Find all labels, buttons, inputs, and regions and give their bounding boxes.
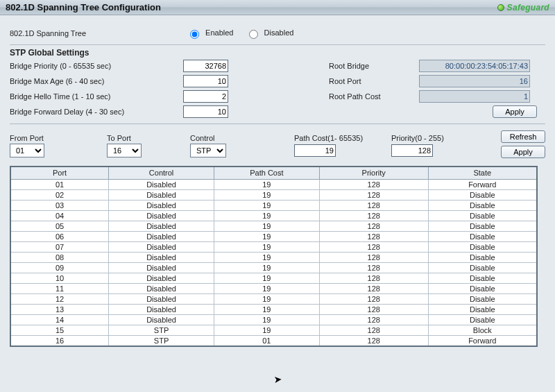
cell-control: Disabled bbox=[109, 252, 214, 262]
cell-state: Disable bbox=[428, 210, 537, 221]
col-port: Port bbox=[10, 167, 109, 179]
cell-prio: 128 bbox=[319, 325, 428, 335]
cell-cost: 19 bbox=[214, 283, 319, 293]
cell-control: Disabled bbox=[109, 293, 214, 304]
control-label: Control bbox=[190, 134, 294, 142]
cell-state: Disable bbox=[428, 241, 537, 252]
cell-control: Disabled bbox=[109, 189, 214, 200]
root-path-cost-ro bbox=[419, 90, 530, 103]
cell-prio: 128 bbox=[319, 210, 428, 221]
to-port-label: To Port bbox=[107, 134, 190, 142]
table-row: 13Disabled19128Disable bbox=[10, 304, 537, 314]
cell-port: 06 bbox=[10, 231, 109, 241]
page-title: 802.1D Spanning Tree Configuration bbox=[6, 2, 161, 12]
to-port-select[interactable]: 16 bbox=[107, 144, 142, 157]
cell-cost: 19 bbox=[214, 273, 319, 283]
cell-cost: 19 bbox=[214, 200, 319, 210]
cell-control: Disabled bbox=[109, 210, 214, 221]
path-cost-input[interactable] bbox=[294, 144, 336, 157]
table-row: 07Disabled19128Disable bbox=[10, 241, 537, 252]
refresh-button[interactable]: Refresh bbox=[501, 130, 545, 143]
cell-prio: 128 bbox=[319, 293, 428, 304]
cell-port: 11 bbox=[10, 283, 109, 293]
cell-port: 10 bbox=[10, 273, 109, 283]
cell-prio: 128 bbox=[319, 231, 428, 241]
cell-cost: 19 bbox=[214, 293, 319, 304]
cell-state: Disable bbox=[428, 262, 537, 273]
cell-prio: 128 bbox=[319, 252, 428, 262]
enabled-radio[interactable] bbox=[190, 30, 199, 39]
cell-port: 15 bbox=[10, 325, 109, 335]
enabled-radio-label: Enabled bbox=[205, 28, 233, 37]
col-priority: Priority bbox=[319, 167, 428, 179]
col-state: State bbox=[428, 167, 537, 179]
cell-prio: 128 bbox=[319, 335, 428, 346]
cell-control: Disabled bbox=[109, 241, 214, 252]
table-row: 16STP01128Forward bbox=[10, 335, 537, 346]
cell-prio: 128 bbox=[319, 262, 428, 273]
table-row: 01Disabled19128Forward bbox=[10, 179, 537, 189]
enabled-radio-wrap[interactable]: Enabled bbox=[187, 28, 246, 37]
cell-prio: 128 bbox=[319, 273, 428, 283]
cell-state: Disable bbox=[428, 200, 537, 210]
cell-state: Forward bbox=[428, 179, 537, 189]
cell-port: 13 bbox=[10, 304, 109, 314]
cell-control: Disabled bbox=[109, 200, 214, 210]
priority-input[interactable] bbox=[391, 144, 433, 157]
global-apply-button[interactable]: Apply bbox=[493, 105, 537, 118]
table-row: 05Disabled19128Disable bbox=[10, 221, 537, 231]
cell-port: 07 bbox=[10, 241, 109, 252]
bridge-hello-label: Bridge Hello Time (1 - 10 sec) bbox=[10, 92, 183, 101]
cell-control: Disabled bbox=[109, 283, 214, 293]
cell-port: 16 bbox=[10, 335, 109, 346]
cell-control: Disabled bbox=[109, 221, 214, 231]
cell-state: Forward bbox=[428, 335, 537, 346]
table-row: 04Disabled19128Disable bbox=[10, 210, 537, 221]
cell-prio: 128 bbox=[319, 241, 428, 252]
cell-control: Disabled bbox=[109, 231, 214, 241]
cell-control: Disabled bbox=[109, 179, 214, 189]
title-bar: 802.1D Spanning Tree Configuration Safeg… bbox=[0, 0, 555, 15]
cell-prio: 128 bbox=[319, 200, 428, 210]
disabled-radio-label: Disabled bbox=[264, 28, 294, 37]
bridge-hello-input[interactable] bbox=[183, 90, 228, 103]
bridge-max-age-input[interactable] bbox=[183, 75, 228, 87]
cell-port: 03 bbox=[10, 200, 109, 210]
cell-cost: 01 bbox=[214, 335, 319, 346]
from-port-select[interactable]: 01 bbox=[10, 144, 44, 157]
cell-cost: 19 bbox=[214, 262, 319, 273]
disabled-radio[interactable] bbox=[249, 30, 258, 39]
port-apply-button[interactable]: Apply bbox=[501, 146, 545, 158]
disabled-radio-wrap[interactable]: Disabled bbox=[246, 28, 304, 37]
cell-state: Disable bbox=[428, 304, 537, 314]
cell-state: Block bbox=[428, 325, 537, 335]
cell-prio: 128 bbox=[319, 189, 428, 200]
cell-cost: 19 bbox=[214, 304, 319, 314]
bridge-fwd-input[interactable] bbox=[183, 105, 228, 118]
root-port-label: Root Port bbox=[329, 77, 419, 85]
priority-label: Priority(0 - 255) bbox=[391, 134, 488, 142]
table-row: 09Disabled19128Disable bbox=[10, 262, 537, 273]
cell-prio: 128 bbox=[319, 221, 428, 231]
cell-prio: 128 bbox=[319, 179, 428, 189]
cell-state: Disable bbox=[428, 283, 537, 293]
cell-control: Disabled bbox=[109, 314, 214, 325]
cell-port: 08 bbox=[10, 252, 109, 262]
bridge-fwd-label: Bridge Forward Delay (4 - 30 sec) bbox=[10, 108, 183, 116]
bridge-priority-label: Bridge Priority (0 - 65535 sec) bbox=[10, 62, 183, 70]
global-section-title: STP Global Settings bbox=[10, 48, 545, 58]
table-row: 02Disabled19128Disable bbox=[10, 189, 537, 200]
safeguard-badge: Safeguard bbox=[497, 3, 549, 12]
cell-prio: 128 bbox=[319, 283, 428, 293]
cell-control: STP bbox=[109, 325, 214, 335]
control-select[interactable]: STP bbox=[190, 144, 226, 157]
table-row: 12Disabled19128Disable bbox=[10, 293, 537, 304]
safeguard-label: Safeguard bbox=[507, 3, 549, 12]
cell-cost: 19 bbox=[214, 231, 319, 241]
from-port-label: From Port bbox=[10, 134, 107, 142]
root-path-cost-label: Root Path Cost bbox=[329, 92, 419, 101]
cell-control: Disabled bbox=[109, 273, 214, 283]
table-row: 08Disabled19128Disable bbox=[10, 252, 537, 262]
cell-control: Disabled bbox=[109, 262, 214, 273]
bridge-priority-input[interactable] bbox=[183, 60, 228, 72]
